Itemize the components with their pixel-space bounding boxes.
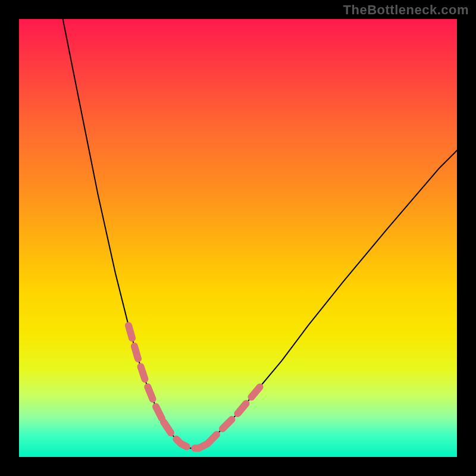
- plot-area: [19, 19, 457, 457]
- right-dash-overlay: [208, 387, 260, 444]
- chart-frame: TheBottleneck.com: [0, 0, 476, 476]
- minimum-dash-overlay: [164, 422, 208, 448]
- curve-svg: [19, 19, 457, 457]
- left-dash-overlay: [129, 325, 164, 422]
- watermark-text: TheBottleneck.com: [343, 2, 469, 18]
